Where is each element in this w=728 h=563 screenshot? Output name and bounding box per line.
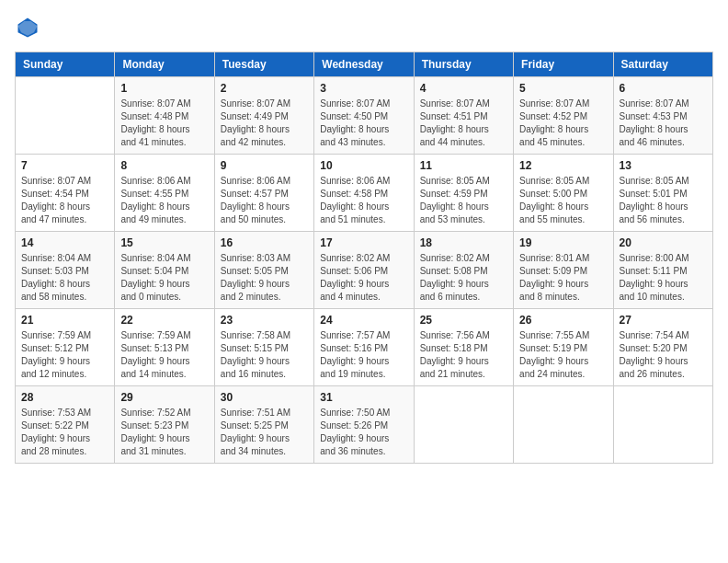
day-number: 27 <box>620 314 707 327</box>
day-number: 18 <box>420 236 507 249</box>
column-header-friday: Friday <box>514 52 613 77</box>
day-number: 31 <box>320 391 407 404</box>
day-number: 3 <box>320 82 407 95</box>
day-number: 10 <box>320 159 407 172</box>
day-info: Sunrise: 8:06 AMSunset: 4:55 PMDaylight:… <box>120 175 208 226</box>
column-header-monday: Monday <box>115 52 214 77</box>
day-info: Sunrise: 8:07 AMSunset: 4:50 PMDaylight:… <box>320 98 407 149</box>
day-number: 4 <box>420 82 507 95</box>
day-number: 21 <box>21 314 108 327</box>
day-number: 9 <box>221 159 308 172</box>
day-info: Sunrise: 7:56 AMSunset: 5:18 PMDaylight:… <box>420 329 507 381</box>
day-info: Sunrise: 7:53 AMSunset: 5:22 PMDaylight:… <box>21 407 108 458</box>
day-info: Sunrise: 8:06 AMSunset: 4:58 PMDaylight:… <box>320 175 407 226</box>
calendar-cell: 5Sunrise: 8:07 AMSunset: 4:52 PMDaylight… <box>514 77 613 155</box>
calendar-cell: 30Sunrise: 7:51 AMSunset: 5:25 PMDayligh… <box>214 386 313 464</box>
calendar-cell: 13Sunrise: 8:05 AMSunset: 5:01 PMDayligh… <box>613 155 712 232</box>
day-info: Sunrise: 7:57 AMSunset: 5:16 PMDaylight:… <box>320 329 407 381</box>
day-info: Sunrise: 7:55 AMSunset: 5:19 PMDaylight:… <box>519 329 607 381</box>
column-header-sunday: Sunday <box>16 52 115 77</box>
calendar-week-row: 1Sunrise: 8:07 AMSunset: 4:48 PMDaylight… <box>16 77 713 155</box>
calendar-cell: 11Sunrise: 8:05 AMSunset: 4:59 PMDayligh… <box>414 155 513 232</box>
day-info: Sunrise: 8:02 AMSunset: 5:08 PMDaylight:… <box>420 252 507 304</box>
calendar-cell <box>414 386 513 464</box>
calendar-cell: 27Sunrise: 7:54 AMSunset: 5:20 PMDayligh… <box>613 309 712 386</box>
calendar-cell: 15Sunrise: 8:04 AMSunset: 5:04 PMDayligh… <box>115 232 214 309</box>
day-info: Sunrise: 8:07 AMSunset: 4:54 PMDaylight:… <box>21 175 108 226</box>
day-info: Sunrise: 7:59 AMSunset: 5:13 PMDaylight:… <box>120 329 208 381</box>
calendar-table: SundayMondayTuesdayWednesdayThursdayFrid… <box>15 52 713 464</box>
calendar-cell: 10Sunrise: 8:06 AMSunset: 4:58 PMDayligh… <box>314 155 414 232</box>
day-number: 12 <box>519 159 607 172</box>
calendar-cell: 6Sunrise: 8:07 AMSunset: 4:53 PMDaylight… <box>613 77 712 155</box>
day-info: Sunrise: 8:07 AMSunset: 4:49 PMDaylight:… <box>221 98 308 149</box>
day-info: Sunrise: 7:52 AMSunset: 5:23 PMDaylight:… <box>120 407 208 458</box>
calendar-cell <box>613 386 712 464</box>
day-info: Sunrise: 8:04 AMSunset: 5:04 PMDaylight:… <box>120 252 208 304</box>
day-info: Sunrise: 7:51 AMSunset: 5:25 PMDaylight:… <box>221 407 308 458</box>
calendar-cell: 19Sunrise: 8:01 AMSunset: 5:09 PMDayligh… <box>514 232 613 309</box>
day-info: Sunrise: 8:02 AMSunset: 5:06 PMDaylight:… <box>320 252 407 304</box>
calendar-cell: 18Sunrise: 8:02 AMSunset: 5:08 PMDayligh… <box>414 232 513 309</box>
day-number: 20 <box>620 236 707 249</box>
day-number: 1 <box>120 82 208 95</box>
calendar-cell: 28Sunrise: 7:53 AMSunset: 5:22 PMDayligh… <box>16 386 115 464</box>
logo-icon <box>15 15 40 40</box>
column-header-thursday: Thursday <box>414 52 513 77</box>
calendar-cell: 20Sunrise: 8:00 AMSunset: 5:11 PMDayligh… <box>613 232 712 309</box>
calendar-cell: 16Sunrise: 8:03 AMSunset: 5:05 PMDayligh… <box>214 232 313 309</box>
day-info: Sunrise: 8:07 AMSunset: 4:48 PMDaylight:… <box>120 98 208 149</box>
calendar-cell: 24Sunrise: 7:57 AMSunset: 5:16 PMDayligh… <box>314 309 414 386</box>
day-number: 24 <box>320 314 407 327</box>
day-info: Sunrise: 8:00 AMSunset: 5:11 PMDaylight:… <box>620 252 707 304</box>
day-number: 7 <box>21 159 108 172</box>
day-info: Sunrise: 7:54 AMSunset: 5:20 PMDaylight:… <box>620 329 707 381</box>
day-info: Sunrise: 8:07 AMSunset: 4:53 PMDaylight:… <box>620 98 707 149</box>
day-info: Sunrise: 8:05 AMSunset: 5:01 PMDaylight:… <box>620 175 707 226</box>
day-number: 15 <box>120 236 208 249</box>
calendar-cell: 17Sunrise: 8:02 AMSunset: 5:06 PMDayligh… <box>314 232 414 309</box>
day-info: Sunrise: 8:01 AMSunset: 5:09 PMDaylight:… <box>519 252 607 304</box>
day-info: Sunrise: 7:50 AMSunset: 5:26 PMDaylight:… <box>320 407 407 458</box>
day-info: Sunrise: 8:03 AMSunset: 5:05 PMDaylight:… <box>221 252 308 304</box>
day-number: 29 <box>120 391 208 404</box>
day-number: 25 <box>420 314 507 327</box>
day-number: 8 <box>120 159 208 172</box>
day-number: 6 <box>620 82 707 95</box>
day-number: 17 <box>320 236 407 249</box>
day-info: Sunrise: 8:05 AMSunset: 4:59 PMDaylight:… <box>420 175 507 226</box>
calendar-cell: 22Sunrise: 7:59 AMSunset: 5:13 PMDayligh… <box>115 309 214 386</box>
day-number: 5 <box>519 82 607 95</box>
calendar-cell: 12Sunrise: 8:05 AMSunset: 5:00 PMDayligh… <box>514 155 613 232</box>
calendar-cell: 31Sunrise: 7:50 AMSunset: 5:26 PMDayligh… <box>314 386 414 464</box>
day-info: Sunrise: 8:05 AMSunset: 5:00 PMDaylight:… <box>519 175 607 226</box>
calendar-week-row: 7Sunrise: 8:07 AMSunset: 4:54 PMDaylight… <box>16 155 713 232</box>
calendar-cell: 25Sunrise: 7:56 AMSunset: 5:18 PMDayligh… <box>414 309 513 386</box>
calendar-cell <box>16 77 115 155</box>
calendar-cell <box>514 386 613 464</box>
calendar-header-row: SundayMondayTuesdayWednesdayThursdayFrid… <box>16 52 713 77</box>
day-number: 19 <box>519 236 607 249</box>
day-info: Sunrise: 8:07 AMSunset: 4:52 PMDaylight:… <box>519 98 607 149</box>
calendar-cell: 29Sunrise: 7:52 AMSunset: 5:23 PMDayligh… <box>115 386 214 464</box>
day-number: 30 <box>221 391 308 404</box>
column-header-wednesday: Wednesday <box>314 52 414 77</box>
column-header-saturday: Saturday <box>613 52 712 77</box>
day-number: 2 <box>221 82 308 95</box>
day-number: 26 <box>519 314 607 327</box>
calendar-cell: 1Sunrise: 8:07 AMSunset: 4:48 PMDaylight… <box>115 77 214 155</box>
day-info: Sunrise: 8:04 AMSunset: 5:03 PMDaylight:… <box>21 252 108 304</box>
calendar-cell: 21Sunrise: 7:59 AMSunset: 5:12 PMDayligh… <box>16 309 115 386</box>
page-header <box>15 15 713 40</box>
day-info: Sunrise: 7:59 AMSunset: 5:12 PMDaylight:… <box>21 329 108 381</box>
calendar-cell: 26Sunrise: 7:55 AMSunset: 5:19 PMDayligh… <box>514 309 613 386</box>
calendar-cell: 4Sunrise: 8:07 AMSunset: 4:51 PMDaylight… <box>414 77 513 155</box>
calendar-week-row: 28Sunrise: 7:53 AMSunset: 5:22 PMDayligh… <box>16 386 713 464</box>
day-number: 22 <box>120 314 208 327</box>
day-number: 28 <box>21 391 108 404</box>
calendar-cell: 14Sunrise: 8:04 AMSunset: 5:03 PMDayligh… <box>16 232 115 309</box>
logo <box>15 15 44 40</box>
calendar-week-row: 14Sunrise: 8:04 AMSunset: 5:03 PMDayligh… <box>16 232 713 309</box>
calendar-cell: 8Sunrise: 8:06 AMSunset: 4:55 PMDaylight… <box>115 155 214 232</box>
column-header-tuesday: Tuesday <box>214 52 313 77</box>
